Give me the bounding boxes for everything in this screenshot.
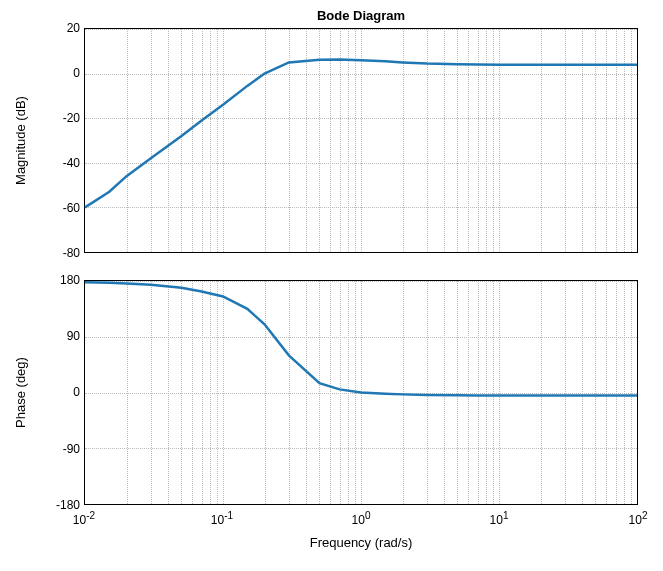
frequency-xlabel: Frequency (rad/s): [84, 535, 638, 550]
xtick-e1: 101: [490, 510, 509, 527]
phase-curve: [85, 281, 637, 504]
phase-ylabel: Phase (deg): [13, 333, 28, 453]
xtick-em1: 10-1: [211, 510, 233, 527]
magnitude-curve: [85, 29, 637, 252]
phase-plot: [84, 280, 638, 505]
magnitude-ylabel: Magnitude (dB): [13, 81, 28, 201]
mag-ytick-m60: -60: [50, 201, 80, 215]
mag-ytick-m20: -20: [50, 111, 80, 125]
xtick-e0: 100: [352, 510, 371, 527]
xtick-em2: 10-2: [73, 510, 95, 527]
xtick-e2: 102: [629, 510, 648, 527]
mag-ytick-m80: -80: [50, 246, 80, 260]
phase-ytick-0: 0: [46, 385, 80, 399]
mag-ytick-20: 20: [50, 21, 80, 35]
phase-ytick-180: 180: [46, 273, 80, 287]
phase-ytick-90: 90: [46, 329, 80, 343]
mag-ytick-0: 0: [50, 66, 80, 80]
phase-ytick-m90: -90: [46, 442, 80, 456]
chart-title: Bode Diagram: [84, 8, 638, 23]
magnitude-plot: [84, 28, 638, 253]
mag-ytick-m40: -40: [50, 156, 80, 170]
